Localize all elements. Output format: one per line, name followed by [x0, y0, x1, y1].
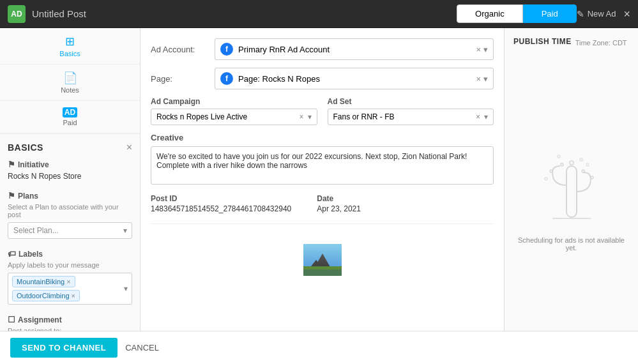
- remove-outdoorclimbing-tag[interactable]: ×: [72, 292, 75, 300]
- svg-point-13: [558, 155, 560, 158]
- plans-select-wrapper: Select Plan...: [8, 222, 132, 239]
- post-id-section: Post ID 1483645718514552_278446170843294…: [151, 194, 291, 213]
- campaign-dropdown[interactable]: ▾: [308, 112, 312, 121]
- initiative-section: ⚑ Initiative Rocks N Ropes Store: [8, 160, 132, 181]
- footer: SEND TO CHANNEL CANCEL: [0, 331, 638, 364]
- svg-rect-4: [303, 269, 342, 276]
- ad-account-value: Primary RnR Ad Account: [238, 45, 471, 54]
- page-clear[interactable]: ×: [476, 74, 481, 84]
- ad-account-row: Ad Account: f Primary RnR Ad Account × ▾: [151, 38, 494, 60]
- labels-label: 🏷 Labels: [8, 249, 132, 259]
- new-ad-button[interactable]: ✎ New Ad: [577, 9, 616, 19]
- adset-dropdown[interactable]: ▾: [484, 112, 488, 121]
- fb-account-icon: f: [220, 43, 233, 56]
- close-button[interactable]: ×: [623, 8, 630, 20]
- date-value: Apr 23, 2021: [317, 204, 361, 213]
- landscape-image-svg: [303, 244, 342, 276]
- sidebar-item-basics[interactable]: ⊞ Basics: [0, 28, 140, 64]
- adset-clear[interactable]: ×: [476, 112, 480, 121]
- basics-icon: ⊞: [65, 34, 75, 49]
- label-tag-outdoorclimbing: OutdoorClimbing ×: [12, 290, 80, 301]
- campaign-label: Ad Campaign: [151, 97, 317, 106]
- date-label: Date: [317, 194, 361, 203]
- sidebar-item-notes[interactable]: 📄 Notes: [0, 64, 140, 101]
- page-actions: × ▾: [476, 74, 488, 84]
- send-to-channel-button[interactable]: SEND TO CHANNEL: [10, 338, 118, 358]
- initiative-value: Rocks N Ropes Store: [8, 172, 132, 181]
- sidebar-header: BASICS ×: [8, 142, 132, 153]
- svg-point-6: [570, 161, 573, 165]
- page-value: Page: Rocks N Ropes: [238, 74, 471, 84]
- publish-title-row: PUBLISH TIME Time Zone: CDT: [513, 37, 629, 49]
- campaign-select[interactable]: Rocks n Ropes Live Active × ▾: [151, 109, 317, 125]
- divider: [151, 224, 494, 224]
- plans-section: ⚑ Plans Select a Plan to associate with …: [8, 191, 132, 239]
- plans-icon: ⚑: [8, 191, 15, 201]
- labels-container[interactable]: MountainBiking × OutdoorClimbing × ▾: [8, 273, 132, 305]
- remove-mountainbiking-tag[interactable]: ×: [66, 278, 70, 285]
- labels-hint: Apply labels to your message: [8, 261, 132, 269]
- view-tabs: Organic Paid: [457, 4, 577, 23]
- tab-paid[interactable]: Paid: [523, 4, 577, 23]
- svg-point-8: [561, 163, 563, 166]
- new-ad-label: New Ad: [588, 9, 616, 19]
- labels-dropdown-arrow[interactable]: ▾: [124, 284, 128, 293]
- center-panel: Ad Account: f Primary RnR Ad Account × ▾…: [141, 28, 504, 331]
- tab-organic[interactable]: Organic: [457, 4, 523, 23]
- svg-point-9: [591, 176, 593, 179]
- post-image-area: [151, 234, 494, 285]
- post-title: Untitled Post: [32, 8, 457, 19]
- labels-icon: 🏷: [8, 249, 16, 259]
- post-id-label: Post ID: [151, 194, 291, 203]
- sidebar: ⊞ Basics 📄 Notes AD Paid BASICS ×: [0, 28, 141, 331]
- plans-select[interactable]: Select Plan...: [8, 222, 132, 239]
- post-image: [303, 244, 342, 276]
- campaign-clear[interactable]: ×: [299, 112, 303, 121]
- header: AD Untitled Post Organic Paid ✎ New Ad ×: [0, 0, 638, 28]
- right-panel: PUBLISH TIME Time Zone: CDT: [504, 28, 638, 331]
- main-layout: ⊞ Basics 📄 Notes AD Paid BASICS ×: [0, 28, 638, 331]
- svg-point-15: [545, 178, 547, 180]
- svg-point-12: [580, 158, 582, 161]
- adset-value: Fans or RNR - FB: [333, 112, 472, 121]
- adset-select[interactable]: Fans or RNR - FB × ▾: [328, 109, 494, 125]
- sidebar-paid-label: Paid: [63, 119, 77, 126]
- header-actions: ✎ New Ad ×: [577, 8, 630, 20]
- page-control: f Page: Rocks N Ropes × ▾: [215, 68, 494, 89]
- svg-point-10: [582, 170, 584, 172]
- close-sidebar-button[interactable]: ×: [126, 142, 132, 153]
- page-select[interactable]: f Page: Rocks N Ropes × ▾: [215, 68, 494, 89]
- page-dropdown[interactable]: ▾: [483, 74, 488, 84]
- cactus-icon: [533, 128, 610, 230]
- ad-account-dropdown[interactable]: ▾: [483, 45, 488, 54]
- ad-account-control: f Primary RnR Ad Account × ▾: [215, 38, 494, 60]
- timezone-label: Time Zone: CDT: [575, 39, 627, 47]
- campaign-col: Ad Campaign Rocks n Ropes Live Active × …: [151, 97, 317, 125]
- sidebar-item-paid[interactable]: AD Paid: [0, 101, 140, 133]
- cancel-button[interactable]: CANCEL: [125, 343, 159, 353]
- post-id-value: 1483645718514552_2784461708432940: [151, 204, 291, 213]
- initiative-icon: ⚑: [8, 160, 15, 169]
- ad-account-clear[interactable]: ×: [476, 45, 481, 54]
- notes-icon: 📄: [63, 71, 77, 85]
- ad-account-label: Ad Account:: [151, 45, 208, 54]
- page-label: Page:: [151, 74, 208, 84]
- sidebar-section-title: BASICS: [8, 142, 43, 153]
- creative-section: Creative: [151, 133, 494, 186]
- campaign-value: Rocks n Ropes Live Active: [156, 112, 295, 121]
- ad-account-select[interactable]: f Primary RnR Ad Account × ▾: [215, 38, 494, 60]
- adset-col: Ad Set Fans or RNR - FB × ▾: [328, 97, 494, 125]
- creative-textarea[interactable]: [151, 146, 494, 185]
- post-meta: Post ID 1483645718514552_278446170843294…: [151, 194, 494, 213]
- publish-title: PUBLISH TIME: [513, 37, 572, 46]
- label-tag-mountainbiking: MountainBiking ×: [12, 276, 75, 287]
- date-section: Date Apr 23, 2021: [317, 194, 361, 213]
- ad-account-actions: × ▾: [476, 45, 488, 54]
- scheduling-note: Scheduling for ads is not available yet.: [513, 236, 629, 252]
- svg-point-14: [586, 163, 589, 166]
- paid-icon: AD: [63, 107, 77, 118]
- fb-page-icon: f: [220, 72, 233, 85]
- adset-label: Ad Set: [328, 97, 494, 106]
- creative-label: Creative: [151, 133, 494, 142]
- label-outdoorclimbing-text: OutdoorClimbing: [17, 292, 70, 300]
